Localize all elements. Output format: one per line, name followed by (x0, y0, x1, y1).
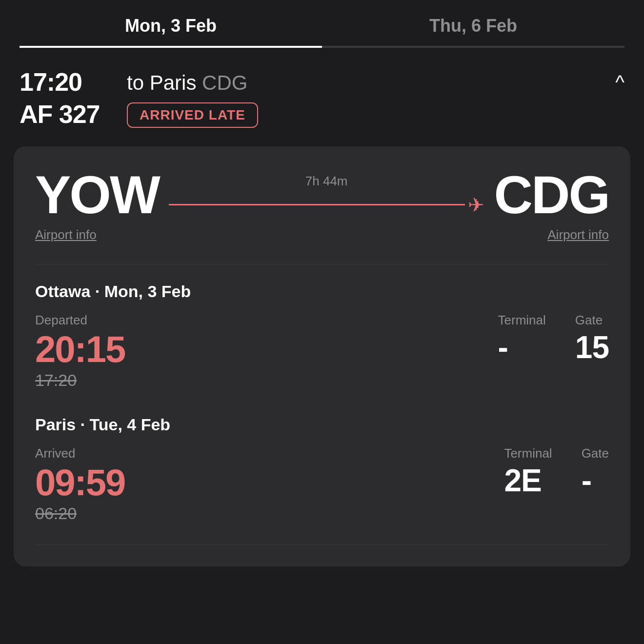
arrival-terminal-label: Terminal (504, 446, 552, 461)
arrival-gate-value: - (582, 465, 609, 496)
departure-terminal-value: - (498, 332, 546, 363)
status-badge: ARRIVED LATE (127, 102, 258, 128)
tab-mon-3-feb[interactable]: Mon, 3 Feb (20, 16, 322, 48)
arrival-info-grid: Arrived 09:59 06:20 Terminal 2E Gate - (35, 446, 609, 523)
flight-card: YOW 7h 44m ✈ CDG Airport info Airport in… (14, 146, 630, 566)
section-divider-bottom (35, 544, 609, 545)
arrived-scheduled-time: 06:20 (35, 504, 125, 523)
plane-icon: ✈ (468, 194, 484, 216)
destination-code: CDG (202, 71, 247, 94)
departure-info-grid: Departed 20:15 17:20 Terminal - Gate 15 (35, 313, 609, 390)
destination-text: to Paris CDG (127, 71, 258, 95)
flight-time-airline: 17:20 AF 327 (20, 67, 107, 129)
departure-terminal-col: Terminal - (498, 313, 546, 363)
flight-destination: to Paris CDG ARRIVED LATE (107, 67, 258, 128)
flight-number: AF 327 (20, 100, 107, 129)
page: Mon, 3 Feb Thu, 6 Feb 17:20 AF 327 to Pa… (0, 0, 644, 644)
departed-actual-time: 20:15 (35, 331, 125, 368)
arrival-info-right: Terminal 2E Gate - (504, 446, 609, 496)
departure-gate-label: Gate (575, 313, 609, 328)
airport-info-row: Airport info Airport info (35, 227, 609, 242)
arrival-terminal-value: 2E (504, 465, 552, 496)
departure-gate-value: 15 (575, 332, 609, 363)
tab-thu-6-feb[interactable]: Thu, 6 Feb (322, 16, 624, 48)
departure-gate-col: Gate 15 (575, 313, 609, 363)
dest-code: CDG (494, 168, 609, 221)
tab-bar: Mon, 3 Feb Thu, 6 Feb (0, 0, 644, 48)
origin-code: YOW (35, 168, 159, 221)
route-middle: 7h 44m ✈ (169, 174, 484, 216)
arrival-gate-label: Gate (582, 446, 609, 461)
dest-airport-info-link[interactable]: Airport info (547, 227, 609, 242)
departure-section-title: Ottawa · Mon, 3 Feb (35, 282, 609, 301)
arrived-actual-time: 09:59 (35, 464, 125, 501)
departed-scheduled-time: 17:20 (35, 371, 125, 390)
route-row: YOW 7h 44m ✈ CDG (35, 168, 609, 221)
departed-label: Departed (35, 313, 125, 328)
flight-time: 17:20 (20, 67, 107, 97)
section-divider-top (35, 264, 609, 264)
origin-airport-info-link[interactable]: Airport info (35, 227, 97, 242)
route-line (169, 204, 465, 205)
arrival-section-title: Paris · Tue, 4 Feb (35, 415, 609, 434)
route-line-container: ✈ (169, 194, 484, 216)
collapse-button[interactable]: ^ (615, 67, 624, 93)
departure-info-left: Departed 20:15 17:20 (35, 313, 125, 390)
departure-info-right: Terminal - Gate 15 (498, 313, 609, 363)
arrival-info-left: Arrived 09:59 06:20 (35, 446, 125, 523)
route-duration: 7h 44m (305, 174, 348, 189)
flight-header: 17:20 AF 327 to Paris CDG ARRIVED LATE ^ (0, 48, 644, 129)
arrival-terminal-col: Terminal 2E (504, 446, 552, 496)
arrived-label: Arrived (35, 446, 125, 461)
arrival-gate-col: Gate - (582, 446, 609, 496)
departure-terminal-label: Terminal (498, 313, 546, 328)
